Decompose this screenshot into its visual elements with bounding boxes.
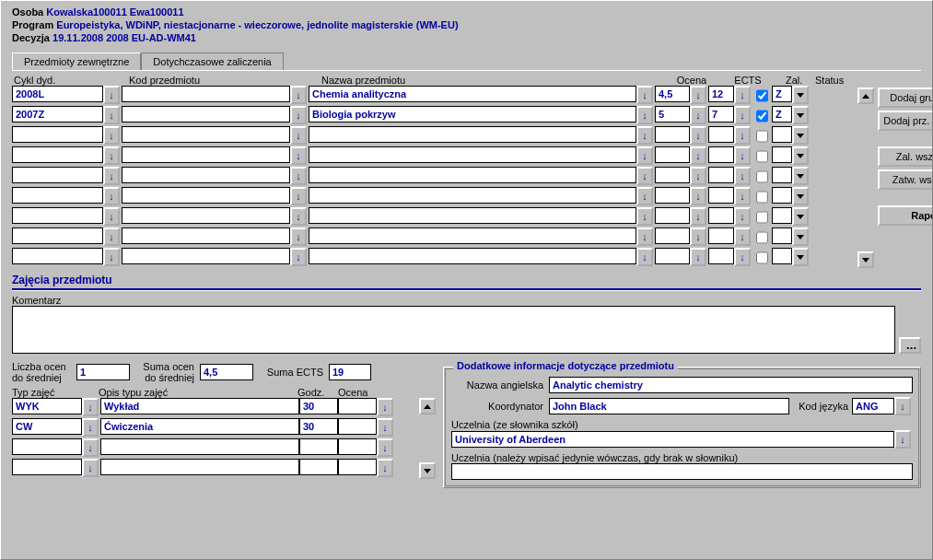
- ocena-lookup-button[interactable]: ↓: [690, 207, 706, 226]
- kod-lookup-button[interactable]: ↓: [290, 187, 307, 205]
- status-dropdown-button[interactable]: [792, 146, 809, 165]
- cykl-lookup-button[interactable]: ↓: [103, 146, 120, 165]
- nazwa-lookup-button[interactable]: ↓: [636, 187, 653, 205]
- ocena-lookup-button[interactable]: ↓: [690, 146, 706, 165]
- nazwa-lookup-button[interactable]: ↓: [636, 167, 653, 185]
- kod-jezyka-lookup-button[interactable]: ↓: [894, 397, 911, 415]
- nazwa-input[interactable]: [309, 146, 636, 163]
- kod-input[interactable]: [122, 86, 290, 102]
- nazwa-lookup-button[interactable]: ↓: [636, 106, 653, 124]
- cykl-input[interactable]: [12, 86, 103, 102]
- ocena2-lookup-button[interactable]: ↓: [377, 398, 393, 416]
- cykl-lookup-button[interactable]: ↓: [103, 187, 120, 205]
- kod-lookup-button[interactable]: ↓: [290, 248, 307, 266]
- status-dropdown-button[interactable]: [792, 126, 809, 145]
- kod-lookup-button[interactable]: ↓: [290, 207, 307, 226]
- cykl-input[interactable]: [12, 106, 103, 122]
- godz-input[interactable]: [299, 438, 338, 455]
- nazwa-input[interactable]: [309, 126, 636, 143]
- kod-input[interactable]: [122, 167, 290, 183]
- cykl-input[interactable]: [12, 167, 103, 183]
- cykl-lookup-button[interactable]: ↓: [103, 86, 120, 104]
- ocena-lookup-button[interactable]: ↓: [690, 167, 706, 185]
- ocena-input[interactable]: [655, 248, 690, 264]
- uczelnia-lookup-button[interactable]: ↓: [894, 430, 911, 449]
- nazwa-lookup-button[interactable]: ↓: [636, 126, 653, 145]
- kod-input[interactable]: [122, 248, 290, 264]
- uczelnia-brak-input[interactable]: [451, 463, 913, 480]
- typ-lookup-button[interactable]: ↓: [82, 418, 99, 437]
- kod-lookup-button[interactable]: ↓: [290, 146, 307, 165]
- ects-input[interactable]: [708, 187, 734, 204]
- godz-input[interactable]: [299, 459, 338, 475]
- tab-dotychczasowe-zaliczenia[interactable]: Dotychczasowe zaliczenia: [141, 52, 283, 70]
- kod-input[interactable]: [122, 126, 290, 143]
- nazwa-lookup-button[interactable]: ↓: [636, 228, 653, 246]
- ocena-lookup-button[interactable]: ↓: [690, 228, 706, 246]
- kod-lookup-button[interactable]: ↓: [290, 86, 307, 104]
- zal-checkbox[interactable]: [756, 148, 768, 165]
- zal-checkbox[interactable]: [756, 169, 768, 185]
- kod-lookup-button[interactable]: ↓: [290, 106, 307, 124]
- opis-input[interactable]: [100, 459, 299, 475]
- ects-lookup-button[interactable]: ↓: [734, 146, 751, 165]
- opis-input[interactable]: [100, 418, 299, 435]
- zal-checkbox[interactable]: [756, 88, 768, 104]
- zal-checkbox[interactable]: [756, 108, 768, 124]
- status-input[interactable]: [772, 187, 792, 204]
- ocena-lookup-button[interactable]: ↓: [690, 248, 706, 266]
- ocena-input[interactable]: [655, 86, 690, 102]
- ects-lookup-button[interactable]: ↓: [734, 106, 751, 124]
- status-dropdown-button[interactable]: [792, 167, 809, 185]
- cykl-lookup-button[interactable]: ↓: [103, 167, 120, 185]
- liczba-ocen-input[interactable]: [76, 364, 130, 380]
- suma-ects-input[interactable]: [329, 364, 371, 380]
- cykl-lookup-button[interactable]: ↓: [103, 207, 120, 226]
- ects-lookup-button[interactable]: ↓: [734, 167, 751, 185]
- ocena2-input[interactable]: [338, 438, 377, 455]
- bottom-scroll-up[interactable]: [419, 398, 436, 414]
- kod-input[interactable]: [122, 228, 290, 244]
- nazwa-input[interactable]: [309, 106, 636, 122]
- status-input[interactable]: [772, 167, 792, 183]
- uczelnia-slownik-input[interactable]: [451, 431, 894, 448]
- zal-wszystkie-button[interactable]: Zal. wszystkie: [878, 146, 933, 167]
- status-dropdown-button[interactable]: [792, 248, 809, 266]
- raport-button[interactable]: Raport: [878, 205, 933, 226]
- tab-przedmioty-zewnetrzne[interactable]: Przedmioty zewnętrzne: [12, 52, 141, 70]
- koordynator-input[interactable]: [549, 398, 789, 414]
- ects-lookup-button[interactable]: ↓: [734, 126, 751, 145]
- ects-lookup-button[interactable]: ↓: [734, 228, 751, 246]
- ects-lookup-button[interactable]: ↓: [734, 248, 751, 266]
- status-input[interactable]: [772, 248, 792, 264]
- ects-lookup-button[interactable]: ↓: [734, 86, 751, 104]
- grid-scroll-down[interactable]: [857, 251, 874, 268]
- nazwa-lookup-button[interactable]: ↓: [636, 248, 653, 266]
- typ-lookup-button[interactable]: ↓: [82, 398, 99, 416]
- ocena-input[interactable]: [655, 187, 690, 204]
- nazwa-lookup-button[interactable]: ↓: [636, 146, 653, 165]
- ocena2-lookup-button[interactable]: ↓: [377, 438, 393, 457]
- ects-input[interactable]: [708, 106, 734, 122]
- kod-input[interactable]: [122, 187, 290, 204]
- zal-checkbox[interactable]: [756, 128, 768, 145]
- ects-input[interactable]: [708, 167, 734, 183]
- nazwa-input[interactable]: [309, 167, 636, 183]
- cykl-input[interactable]: [12, 126, 103, 143]
- nazwa-input[interactable]: [309, 207, 636, 224]
- ocena2-input[interactable]: [338, 398, 377, 414]
- suma-ocen-input[interactable]: [200, 364, 253, 380]
- status-dropdown-button[interactable]: [792, 207, 809, 226]
- ocena-input[interactable]: [655, 126, 690, 143]
- zal-checkbox[interactable]: [756, 209, 768, 226]
- komentarz-textarea[interactable]: [12, 306, 895, 354]
- status-dropdown-button[interactable]: [792, 86, 809, 104]
- cykl-input[interactable]: [12, 228, 103, 244]
- ects-input[interactable]: [708, 86, 734, 102]
- cykl-lookup-button[interactable]: ↓: [103, 248, 120, 266]
- typ-input[interactable]: [12, 438, 82, 455]
- kod-lookup-button[interactable]: ↓: [290, 126, 307, 145]
- ocena2-lookup-button[interactable]: ↓: [377, 459, 393, 477]
- cykl-input[interactable]: [12, 187, 103, 204]
- status-dropdown-button[interactable]: [792, 187, 809, 205]
